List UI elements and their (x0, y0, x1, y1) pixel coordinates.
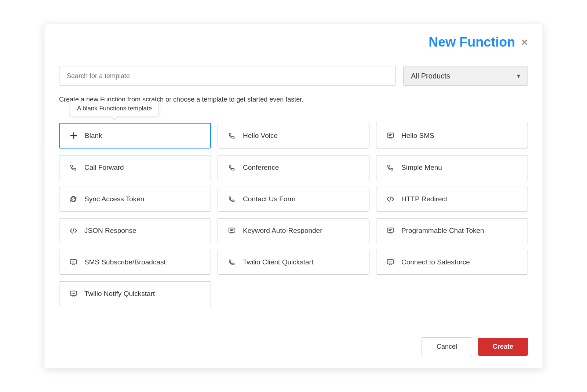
tooltip-text: A blank Functions template (77, 105, 152, 112)
template-card-hello-sms[interactable]: Hello SMS (376, 123, 528, 149)
template-label-contact-us-form: Contact Us Form (243, 195, 296, 203)
chevron-down-icon: ▾ (517, 72, 520, 80)
template-card-http-redirect[interactable]: HTTP Redirect (376, 187, 528, 212)
phone-icon (227, 258, 237, 266)
modal-footer: Cancel Create (44, 330, 543, 368)
search-row: All Products ▾ (59, 66, 528, 86)
code-icon (68, 227, 79, 235)
template-label-hello-voice: Hello Voice (243, 132, 278, 140)
cancel-button[interactable]: Cancel (422, 337, 472, 356)
phone-icon (227, 164, 237, 172)
tooltip-box: A blank Functions template (70, 101, 159, 116)
plus-icon (69, 132, 79, 140)
template-card-keyword-auto-responder[interactable]: Keyword Auto-Responder (218, 218, 369, 243)
notify-icon (68, 290, 79, 298)
modal-overlay: New Function × All Products ▾ Create a n… (0, 0, 587, 392)
template-card-blank[interactable]: Blank (59, 123, 211, 149)
template-card-conference[interactable]: Conference (218, 155, 369, 180)
template-card-twilio-client-quickstart[interactable]: Twilio Client Quickstart (218, 250, 369, 275)
phone-icon (227, 132, 237, 140)
sms-icon (385, 227, 395, 235)
template-label-blank: Blank (85, 132, 102, 140)
modal-title: New Function × (429, 34, 528, 50)
sms-icon (227, 227, 237, 235)
template-card-hello-voice[interactable]: Hello Voice (218, 123, 369, 149)
svg-line-5 (390, 197, 391, 202)
template-card-simple-menu[interactable]: Simple Menu (376, 155, 528, 180)
code-icon (385, 195, 395, 203)
template-label-json-response: JSON Response (84, 227, 136, 235)
template-label-sms-subscribe-broadcast: SMS Subscribe/Broadcast (84, 258, 166, 266)
sms-icon (385, 132, 395, 140)
sync-icon (68, 195, 79, 203)
sms-icon (68, 258, 79, 266)
template-label-conference: Conference (243, 164, 279, 172)
template-label-connect-to-salesforce: Connect to Salesforce (401, 258, 470, 266)
template-card-programmable-chat-token[interactable]: Programmable Chat Token (376, 218, 528, 243)
svg-line-6 (73, 228, 74, 234)
svg-point-22 (74, 293, 75, 294)
template-label-twilio-client-quickstart: Twilio Client Quickstart (243, 258, 313, 266)
svg-point-21 (73, 293, 74, 294)
search-input[interactable] (59, 66, 396, 86)
phone-icon (227, 195, 237, 203)
template-card-sms-subscribe-broadcast[interactable]: SMS Subscribe/Broadcast (59, 250, 211, 275)
template-card-contact-us-form[interactable]: Contact Us Form (218, 187, 369, 212)
modal: New Function × All Products ▾ Create a n… (44, 24, 543, 368)
template-label-http-redirect: HTTP Redirect (401, 195, 447, 203)
sms-icon (385, 258, 395, 266)
template-card-connect-to-salesforce[interactable]: Connect to Salesforce (376, 250, 528, 275)
template-label-simple-menu: Simple Menu (401, 164, 442, 172)
svg-rect-2 (387, 133, 394, 138)
template-label-twilio-notify-quickstart: Twilio Notify Quickstart (84, 290, 155, 298)
svg-rect-10 (387, 228, 394, 232)
svg-rect-13 (70, 260, 77, 264)
template-label-call-forward: Call Forward (84, 164, 124, 172)
phone-icon (385, 164, 395, 172)
svg-rect-7 (229, 228, 235, 232)
phone-icon (68, 164, 79, 172)
template-card-json-response[interactable]: JSON Response (59, 218, 211, 243)
modal-title-text: New Function (429, 34, 515, 50)
close-icon[interactable]: × (521, 36, 528, 48)
template-card-call-forward[interactable]: Call Forward (59, 155, 211, 180)
template-label-keyword-auto-responder: Keyword Auto-Responder (243, 227, 322, 235)
template-label-sync-access-token: Sync Access Token (84, 195, 144, 203)
dropdown-label: All Products (411, 72, 450, 80)
svg-point-20 (72, 293, 73, 294)
template-card-twilio-notify-quickstart[interactable]: Twilio Notify Quickstart (59, 281, 211, 306)
template-grid: Blank Hello Voice Hello SMS Call Forward… (59, 123, 528, 306)
svg-rect-16 (387, 260, 394, 264)
template-label-hello-sms: Hello SMS (401, 132, 434, 140)
template-card-sync-access-token[interactable]: Sync Access Token (59, 187, 211, 212)
modal-header: New Function × (44, 24, 543, 56)
template-label-programmable-chat-token: Programmable Chat Token (401, 227, 484, 235)
create-button[interactable]: Create (478, 338, 528, 356)
products-dropdown[interactable]: All Products ▾ (403, 66, 528, 86)
modal-body: All Products ▾ Create a new Function fro… (44, 56, 543, 330)
